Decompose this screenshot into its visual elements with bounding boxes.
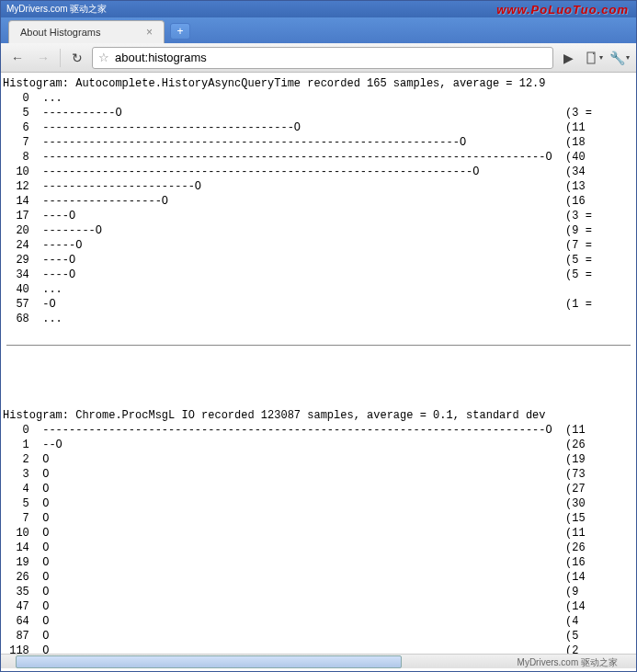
- reload-button[interactable]: ↻: [66, 47, 88, 69]
- reload-icon: ↻: [72, 51, 83, 65]
- histogram-text: Histogram: Autocomplete.HistoryAsyncQuer…: [1, 73, 636, 654]
- plus-icon: +: [176, 25, 183, 38]
- forward-icon: →: [37, 51, 50, 65]
- browser-toolbar: ← → ↻ ☆ ▶ ▾ 🔧 ▾: [1, 43, 636, 73]
- url-input[interactable]: [115, 51, 547, 64]
- back-button[interactable]: ←: [6, 47, 28, 69]
- page-menu-button[interactable]: ▾: [583, 47, 605, 69]
- back-icon: ←: [11, 51, 24, 65]
- chevron-down-icon: ▾: [599, 53, 603, 62]
- wrench-icon: 🔧: [609, 51, 625, 65]
- titlebar-text: MyDrivers.com 驱动之家: [6, 3, 107, 16]
- wrench-menu-button[interactable]: 🔧 ▾: [609, 47, 631, 69]
- page-icon: [586, 51, 598, 64]
- browser-tab[interactable]: About Histograms ×: [8, 20, 165, 43]
- omnibox[interactable]: ☆: [92, 47, 553, 69]
- chevron-down-icon: ▾: [626, 53, 630, 62]
- forward-button[interactable]: →: [32, 47, 54, 69]
- scrollbar-thumb[interactable]: [16, 655, 402, 668]
- close-icon[interactable]: ×: [146, 26, 153, 39]
- tab-title: About Histograms: [20, 27, 100, 38]
- watermark-overlay: www.PoLuoTuo.com: [496, 3, 629, 17]
- play-icon: ▶: [563, 51, 574, 65]
- star-icon[interactable]: ☆: [98, 51, 109, 64]
- toolbar-separator: [60, 49, 61, 67]
- bottom-watermark: MyDrivers.com 驱动之家: [518, 656, 618, 669]
- page-content[interactable]: Histogram: Autocomplete.HistoryAsyncQuer…: [1, 73, 636, 654]
- go-button[interactable]: ▶: [557, 47, 579, 69]
- tab-strip: About Histograms × +: [1, 17, 636, 43]
- new-tab-button[interactable]: +: [170, 23, 190, 40]
